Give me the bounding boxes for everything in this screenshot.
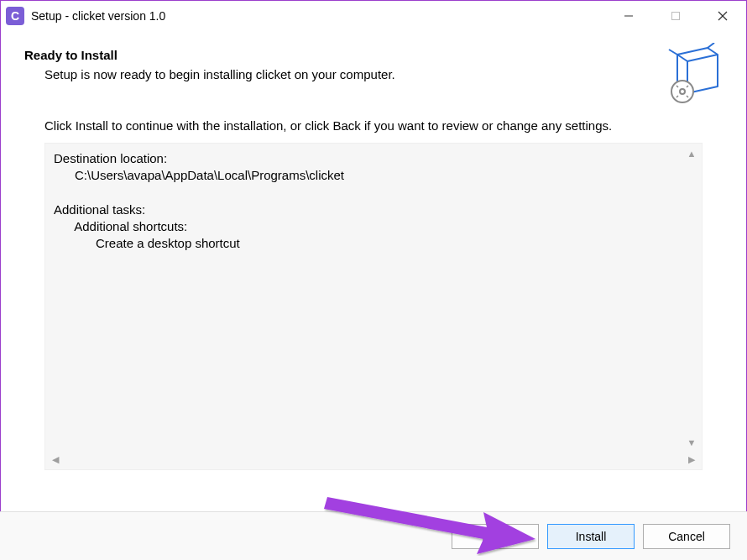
page-subheading: Setup is now ready to begin installing c… (44, 67, 726, 81)
instruction-text: Click Install to continue with the insta… (44, 118, 726, 133)
summary-box: Destination location: C:\Users\avapa\App… (44, 143, 703, 470)
page-heading: Ready to Install (24, 48, 726, 62)
scroll-down-icon[interactable]: ▼ (685, 436, 698, 449)
scroll-left-icon[interactable]: ◀ (49, 453, 62, 466)
back-button[interactable]: Back (452, 524, 539, 549)
window-title: Setup - clicket version 1.0 (31, 9, 165, 23)
titlebar: C Setup - clicket version 1.0 (1, 1, 746, 31)
scroll-right-icon[interactable]: ▶ (685, 453, 698, 466)
minimize-button[interactable] (605, 1, 652, 31)
footer: Back Install Cancel (0, 511, 747, 560)
window-controls (605, 1, 746, 31)
content-area: Ready to Install Setup is now ready to b… (1, 31, 746, 470)
close-button[interactable] (699, 1, 746, 31)
maximize-button[interactable] (652, 1, 699, 31)
svg-point-4 (671, 81, 693, 102)
app-icon: C (6, 7, 24, 25)
cancel-button[interactable]: Cancel (643, 524, 730, 549)
installer-box-icon (666, 43, 726, 103)
install-button[interactable]: Install (547, 524, 635, 549)
app-icon-letter: C (11, 9, 19, 23)
scroll-up-icon[interactable]: ▲ (685, 147, 698, 160)
svg-rect-1 (672, 13, 680, 20)
summary-text: Destination location: C:\Users\avapa\App… (45, 144, 702, 259)
